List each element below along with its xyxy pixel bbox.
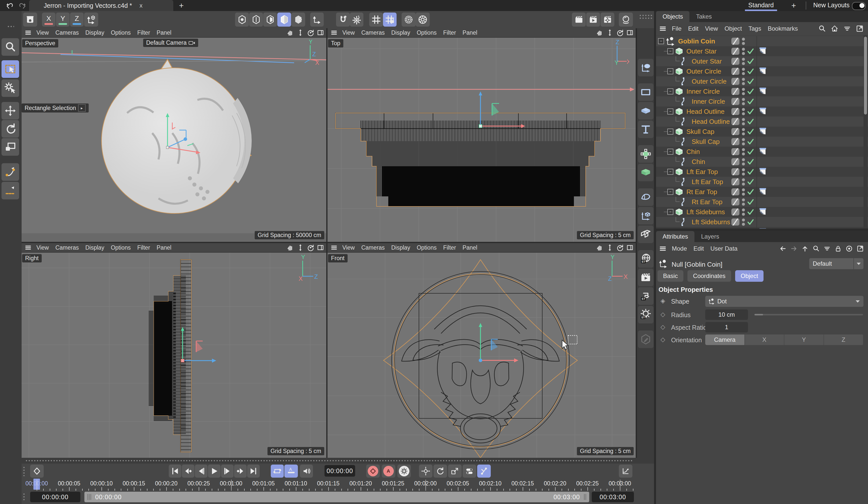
visibility-dots[interactable]	[742, 48, 745, 55]
viewport-menu-display[interactable]: Display	[82, 244, 107, 251]
enabled-check-icon[interactable]	[747, 58, 755, 65]
visibility-dots[interactable]	[742, 128, 745, 135]
rings-button[interactable]	[402, 12, 416, 27]
viewport-menu-cameras[interactable]: Cameras	[52, 244, 82, 251]
prev-frame-button[interactable]	[195, 465, 207, 477]
maximize-icon[interactable]	[316, 29, 325, 37]
phong-tag-icon[interactable]	[759, 147, 766, 156]
table-row[interactable]: Chin	[656, 157, 868, 167]
object-label[interactable]: Rt Ear Top	[692, 198, 722, 206]
viewport-menu-icon[interactable]	[24, 244, 32, 251]
mode-polygons-button[interactable]	[263, 12, 277, 27]
layer-toggle[interactable]	[731, 178, 740, 185]
tab-coordinates[interactable]: Coordinates	[688, 270, 731, 282]
enabled-check-icon[interactable]	[747, 198, 755, 205]
visibility-dots[interactable]	[742, 108, 745, 115]
visibility-dots[interactable]	[742, 208, 745, 216]
maximize-icon[interactable]	[626, 244, 634, 251]
table-row[interactable]: Lft Ear Top	[656, 177, 868, 187]
maximize-icon[interactable]	[626, 29, 634, 37]
visibility-dots[interactable]	[742, 198, 745, 206]
object-label[interactable]: Skull Cap	[692, 138, 720, 146]
viewport-perspective-canvas[interactable]: Perspective Default Camera Rectangle Sel…	[22, 38, 326, 242]
set-key-button[interactable]	[30, 465, 44, 477]
attributes-menu-edit[interactable]: Edit	[690, 245, 707, 252]
phong-tag-icon[interactable]	[759, 87, 766, 96]
preset-dropdown-arrow[interactable]	[854, 258, 864, 269]
rect-selection-tool[interactable]	[1, 60, 19, 78]
rotate-tool[interactable]	[1, 120, 19, 137]
object-label[interactable]: Outer Circle	[692, 78, 726, 85]
grid-lock-button[interactable]	[383, 12, 396, 27]
expand-toggle[interactable]: −	[667, 149, 673, 155]
spline-object-icon[interactable]	[680, 218, 689, 226]
phong-tag-icon[interactable]	[759, 208, 766, 216]
pan-icon[interactable]	[596, 244, 604, 251]
key-parameter-button[interactable]	[463, 465, 476, 477]
dolly-icon[interactable]	[606, 29, 614, 37]
extrude-object-icon[interactable]	[675, 107, 683, 116]
visibility-dots[interactable]	[742, 178, 745, 186]
layer-toggle[interactable]	[731, 38, 740, 45]
orientation-option-camera[interactable]: Camera	[705, 335, 745, 345]
visibility-dots[interactable]	[742, 148, 745, 155]
add-layout-button[interactable]: +	[789, 0, 799, 11]
layer-toggle[interactable]	[731, 158, 740, 165]
cube-primitive-button[interactable]	[638, 102, 653, 120]
close-tab-icon[interactable]: x	[140, 2, 143, 9]
enabled-check-icon[interactable]	[747, 128, 755, 135]
viewport-menu-options[interactable]: Options	[107, 244, 134, 251]
sky-button[interactable]: ST	[638, 250, 653, 268]
axis-lock-x[interactable]: X	[42, 12, 55, 27]
keyframe-diamond-icon[interactable]: ◇	[661, 336, 665, 343]
new-material-button[interactable]	[619, 12, 633, 27]
table-row[interactable]: −Lft Ear Top	[656, 167, 868, 177]
table-row[interactable]: Inner Circle	[656, 96, 868, 106]
visibility-dots[interactable]	[742, 188, 745, 196]
mode-model-button[interactable]	[277, 12, 291, 27]
enabled-check-icon[interactable]	[747, 148, 755, 155]
range-handle-right[interactable]	[584, 494, 585, 500]
viewport-menu-display[interactable]: Display	[82, 29, 107, 36]
tab-layers[interactable]: Layers	[694, 231, 726, 242]
new-document-tab-button[interactable]: +	[176, 0, 187, 11]
visibility-dots[interactable]	[742, 118, 745, 125]
visibility-dots[interactable]	[742, 58, 745, 65]
axis-lock-y[interactable]: Y	[56, 12, 70, 27]
key-position-button[interactable]	[419, 465, 433, 477]
text-object-button[interactable]	[638, 121, 653, 138]
mode-edges-button[interactable]	[249, 12, 263, 27]
enabled-check-icon[interactable]	[747, 98, 755, 105]
dolly-icon[interactable]	[296, 29, 304, 37]
table-row[interactable]: Rt Ear Top	[656, 197, 868, 207]
tweak-tool[interactable]	[1, 79, 19, 97]
dolly-icon[interactable]	[296, 244, 304, 251]
expand-toggle[interactable]: −	[658, 38, 664, 44]
viewport-menu-view[interactable]: View	[33, 244, 52, 251]
goto-end-button[interactable]	[247, 465, 260, 477]
null-object-icon[interactable]	[665, 36, 675, 46]
orientation-option-x[interactable]: X	[745, 335, 785, 345]
scrollbar-thumb[interactable]	[864, 37, 867, 114]
table-row[interactable]: −Lft Sideburns	[656, 207, 868, 217]
viewport-menu-display[interactable]: Display	[388, 29, 413, 36]
motion-clip-button[interactable]	[638, 269, 653, 286]
viewport-front-canvas[interactable]: Front Grid Spacing : 5 cm Y X Z	[328, 253, 636, 458]
record-settings-button[interactable]	[397, 465, 411, 477]
extrude-generator-button[interactable]	[638, 164, 653, 181]
tab-takes[interactable]: Takes	[690, 11, 718, 22]
viewport-menu-cameras[interactable]: Cameras	[358, 244, 388, 251]
expand-toggle[interactable]: −	[667, 189, 673, 195]
expand-icon[interactable]	[856, 25, 864, 32]
sound-button[interactable]	[300, 465, 313, 477]
render-picture-button[interactable]	[586, 12, 600, 27]
viewport-menu-options[interactable]: Options	[107, 29, 134, 36]
grid-button[interactable]	[369, 12, 383, 27]
left-tools-grip[interactable]	[7, 25, 14, 28]
viewport-front[interactable]: ViewCamerasDisplayOptionsFilterPanel	[328, 243, 636, 458]
phong-tag-icon[interactable]	[759, 67, 766, 75]
key-pla-button[interactable]	[477, 465, 491, 477]
mode-points-button[interactable]	[235, 12, 249, 27]
object-label[interactable]: Inner Circle	[692, 98, 725, 105]
document-tab[interactable]: Jerron - Importing Vectors.c4d * x	[29, 0, 173, 11]
